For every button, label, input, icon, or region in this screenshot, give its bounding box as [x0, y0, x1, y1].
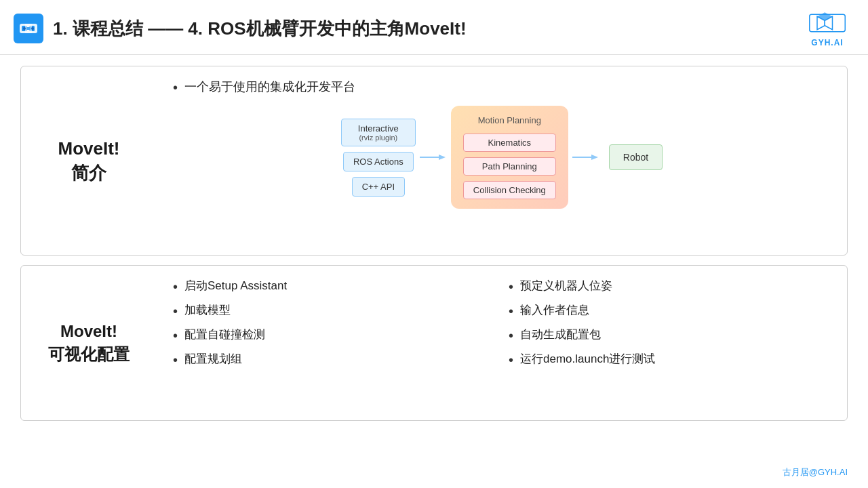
card1-right: • 一个易于使用的集成化开发平台 Interactive (rviz plugi…: [157, 66, 847, 255]
list-item: •启动Setup Assistant: [173, 278, 495, 296]
list-item: •预定义机器人位姿: [509, 278, 831, 296]
list-item: •配置规划组: [173, 351, 495, 369]
kinematics-box: Kinematics: [463, 134, 556, 152]
list-item: •加载模型: [173, 302, 495, 320]
moveit-config-card: MoveIt! 可视化配置 •启动Setup Assistant•加载模型•配置…: [20, 265, 848, 421]
ros-actions-box: ROS Actions: [343, 152, 414, 171]
bullet-dot: •: [509, 327, 513, 344]
card1-bullet1: • 一个易于使用的集成化开发平台: [173, 79, 831, 96]
two-col-layout: •启动Setup Assistant•加载模型•配置自碰撞检测•配置规划组 •预…: [173, 278, 831, 369]
bullet-dot: •: [173, 278, 178, 296]
bullet-dot: •: [509, 302, 513, 320]
bullet-dot: •: [173, 351, 178, 369]
brand-text: GYH.AI: [811, 38, 843, 47]
col-left: •启动Setup Assistant•加载模型•配置自碰撞检测•配置规划组: [173, 278, 509, 369]
header-left: 1. 课程总结 —— 4. ROS机械臂开发中的主角MoveIt!: [14, 14, 467, 43]
bullet-dot-1: •: [173, 79, 178, 96]
svg-rect-6: [26, 27, 31, 30]
svg-marker-14: [591, 155, 598, 160]
svg-point-5: [31, 27, 34, 30]
bullet-dot: •: [509, 278, 513, 296]
list-item: •自动生成配置包: [509, 327, 831, 344]
arrow-1: [420, 150, 447, 164]
path-planning-box: Path Planning: [463, 157, 556, 176]
svg-marker-12: [439, 155, 446, 160]
card2-left-label: MoveIt! 可视化配置: [21, 266, 157, 420]
svg-marker-10: [817, 12, 833, 20]
moveit-config-title: MoveIt! 可视化配置: [48, 320, 130, 365]
robot-box: Robot: [609, 144, 663, 170]
header-title: 1. 课程总结 —— 4. ROS机械臂开发中的主角MoveIt!: [53, 17, 467, 41]
bullet-dot: •: [173, 327, 178, 344]
bullet-dot: •: [509, 351, 513, 369]
arrow-2: [572, 150, 599, 164]
list-item: •运行demo.launch进行测试: [509, 351, 831, 369]
list-item: •配置自碰撞检测: [173, 327, 495, 344]
logo-icon: [14, 14, 43, 43]
left-input-boxes: Interactive (rviz plugin) ROS Actions C+…: [341, 119, 416, 197]
motion-planning-title: Motion Planning: [463, 115, 556, 125]
header: 1. 课程总结 —— 4. ROS机械臂开发中的主角MoveIt! GYH.AI: [0, 0, 868, 55]
motion-planning-group: Motion Planning Kinematics Path Planning…: [451, 106, 568, 209]
main-content: MoveIt! 简介 • 一个易于使用的集成化开发平台 Interactive …: [0, 55, 868, 432]
col-right: •预定义机器人位姿•输入作者信息•自动生成配置包•运行demo.launch进行…: [509, 278, 831, 369]
brand-logo: GYH.AI: [807, 9, 848, 47]
moveit-intro-card: MoveIt! 简介 • 一个易于使用的集成化开发平台 Interactive …: [20, 66, 848, 256]
card2-right: •启动Setup Assistant•加载模型•配置自碰撞检测•配置规划组 •预…: [157, 266, 847, 420]
bullet-dot: •: [173, 302, 178, 320]
interactive-box: Interactive (rviz plugin): [341, 119, 416, 146]
list-item: •输入作者信息: [509, 302, 831, 320]
footer: 古月居@GYH.AI: [783, 466, 848, 479]
cpp-api-box: C++ API: [352, 177, 405, 197]
brand-logo-svg: [807, 9, 848, 37]
diagram-inner: Interactive (rviz plugin) ROS Actions C+…: [341, 106, 663, 209]
moveit-intro-title: MoveIt! 简介: [58, 136, 120, 186]
moveit-diagram: Interactive (rviz plugin) ROS Actions C+…: [173, 106, 831, 209]
svg-point-4: [23, 27, 26, 30]
card1-left-label: MoveIt! 简介: [21, 66, 157, 255]
collision-checking-box: Collision Checking: [463, 181, 556, 199]
